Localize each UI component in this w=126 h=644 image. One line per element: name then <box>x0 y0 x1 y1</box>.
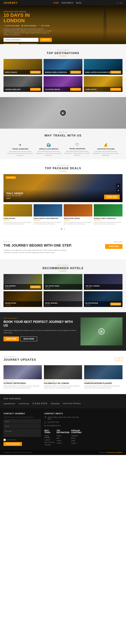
why-feature-guidelines: ✈ TRAVEL GUIDELINES Class aptent taciti … <box>7 143 34 156</box>
package-nav-next[interactable]: ▼ <box>116 188 120 193</box>
dest-dubai-book-btn[interactable]: BOOK NOW <box>110 71 121 74</box>
hero-book-button[interactable]: BOOK NOW <box>4 44 19 44</box>
journey-begins-label: OUR MOTTO <box>4 241 102 242</box>
footer-message-input[interactable] <box>4 429 41 437</box>
partner-expedia: Expedia <box>51 402 60 404</box>
dest-buenos-book-btn[interactable]: BOOK NOW <box>70 71 81 74</box>
dest-buenos[interactable]: BUENOS AIRES, ARGENTINA BOOK NOW <box>44 59 82 75</box>
footer-logo: Powered by JoomlaFox <box>107 452 122 453</box>
hotels-grid-top: SAN GIORGIO ★★★★☆ BOOK NOW UNA HOTEL ROM… <box>4 274 122 290</box>
book-journey-buttons: BOOK NOW READ MORE <box>4 336 77 341</box>
social-facebook[interactable]: f <box>117 2 117 4</box>
book-journey-book-btn[interactable]: BOOK NOW <box>4 336 19 341</box>
dest-dubai[interactable]: DUBAI, UNITED ARAB EMIRATES BOOK NOW <box>84 59 122 75</box>
nav-features[interactable]: FEATURES ▾ <box>62 2 73 4</box>
hotel-grand: GRAND HOTEL ★★★★★ <box>4 291 42 307</box>
footer-link-prague[interactable]: Prague <box>71 442 82 444</box>
package-paris-info: PARIS FRANCE ★★★★☆ Praesent condimentum … <box>4 216 32 226</box>
footer-email-input[interactable] <box>4 424 41 428</box>
footer-link-volunteer[interactable]: Volunteer <box>44 444 55 446</box>
footer-link-israel[interactable]: Israel <box>71 440 82 442</box>
social-google[interactable]: g+ <box>120 2 122 4</box>
footer-spacer <box>85 412 122 446</box>
footer-contact-info: CONTACT INFO'S 📍 Street number, Street n… <box>44 412 82 446</box>
why-feature-service-desc: Class aptent taciti sociosqu ad litora t… <box>36 150 62 156</box>
footer-newsletter-label: Newsletter for it <box>7 439 16 441</box>
hero-features: ✈ FLIGHT INCLUDED 🏨 HOTEL BOOKED 📍 CITY … <box>4 25 52 26</box>
footer-name-input[interactable] <box>4 419 41 424</box>
footer-link-brazil[interactable]: Brazil <box>71 437 82 439</box>
nav-blog[interactable]: BLOG <box>76 2 82 4</box>
footer-link-solo[interactable]: Solo & Friends <box>44 442 55 443</box>
why-title: WHY TRAVEL WITH US <box>4 133 122 140</box>
footer-link-argentina[interactable]: Argentina <box>71 435 82 436</box>
pin-icon: 📍 <box>38 25 40 26</box>
packages-label: BEST OFFERS <box>4 164 122 166</box>
package-dot-2[interactable] <box>64 228 65 230</box>
footer-link-france[interactable]: France <box>56 435 70 436</box>
top-destinations-section: BEST PLACES TOP DESTINATIONS PARIS, FRAN… <box>0 44 126 97</box>
hotel-grand-stars: ★★★★★ <box>5 304 41 306</box>
journey-begins-side: - Ching author SUBSCRIBE <box>105 241 122 249</box>
update-3-image <box>84 365 122 379</box>
nav-home[interactable]: HOME <box>53 2 59 4</box>
search-input[interactable] <box>4 38 38 42</box>
footer-link-family[interactable]: Family Holidays <box>44 435 55 438</box>
footer-links-popular: POPULAR COUNTRIES Argentina Brazil Israe… <box>71 430 82 446</box>
footer-link-cultural[interactable]: Cultural <box>44 439 55 441</box>
journey-begins-description: Praesent in ante dignissim, ultrices dia… <box>4 249 70 254</box>
packages-section: BEST OFFERS TOP PACKAGE DEALS FEATURED I… <box>0 159 126 236</box>
dest-paris[interactable]: PARIS, FRANCE BOOK NOW <box>4 59 42 75</box>
footer-link-london[interactable]: London <box>56 442 70 444</box>
package-buenos-stars: ★★★★★ <box>94 219 122 221</box>
book-journey-label: BEST PACKAGES <box>4 318 77 319</box>
package-featured-info: ITALY, VENICE Happy Golf City Offer $250 <box>6 192 23 199</box>
dest-paris-name: PARIS, FRANCE <box>5 72 17 73</box>
dest-london-book-btn[interactable]: BOOK NOW <box>30 88 41 91</box>
package-dot-1[interactable] <box>61 228 62 230</box>
footer-info-title: CONTACT INFO'S <box>44 412 82 414</box>
updates-prev-btn[interactable]: ‹ <box>115 357 118 361</box>
footer-links: NEXT YEARS Family Holidays Cultural Solo… <box>44 430 82 446</box>
hotel-sangiorgio-book-btn[interactable]: BOOK NOW <box>30 286 41 288</box>
footer-links-popular-title: POPULAR COUNTRIES <box>71 430 82 434</box>
updates-next-btn[interactable]: › <box>119 357 122 361</box>
package-nav: ▲ ▼ <box>116 184 120 193</box>
destinations-grid: PARIS, FRANCE BOOK NOW BUENOS AIRES, ARG… <box>4 59 122 92</box>
dest-salvador-book-btn[interactable]: BOOK NOW <box>70 88 81 91</box>
package-featured-book-btn[interactable]: BOOK NOW <box>104 194 120 199</box>
book-journey-read-more-btn[interactable]: READ MORE <box>20 336 37 341</box>
footer-submit-btn[interactable]: SEND MESSAGE <box>4 442 22 446</box>
address-icon: 📍 <box>44 416 46 418</box>
world-class-icon: 🌍 <box>36 143 62 147</box>
social-twitter[interactable]: t <box>119 2 119 4</box>
dest-paris-book-btn[interactable]: BOOK NOW <box>30 71 41 74</box>
footer-link-venice[interactable]: Venice <box>56 440 70 442</box>
low-rate-icon: 💰 <box>92 143 119 147</box>
hotel-hilton-book-btn[interactable]: BOOK NOW <box>110 302 121 306</box>
hero-read-more-button[interactable]: READ MORE <box>20 44 37 44</box>
partner-tripadvisor: tripadvisor <box>4 402 16 404</box>
dest-london[interactable]: LONDON, ENGLAND BOOK NOW <box>4 76 42 92</box>
why-feature-insurance: 🛡 TRAVEL INSURANCE Class aptent taciti s… <box>64 143 90 156</box>
dest-cairo[interactable]: CAIRO, EGYPT BOOK NOW <box>84 76 122 92</box>
footer-grid: CONTACT JOURNEY Please feel free to cont… <box>4 412 122 446</box>
search-button[interactable]: SEARCH <box>40 38 52 42</box>
updates-header: OUR JOURNAL JOURNEY UPDATES ‹ › <box>4 356 122 362</box>
book-journey-play-btn[interactable]: ▶ <box>98 328 105 334</box>
footer-link-italy[interactable]: Italy <box>56 437 70 439</box>
package-featured-price: $250 <box>6 197 23 199</box>
why-feature-packages-title: LOW RATE PACKAGES <box>92 148 119 150</box>
dest-cairo-book-btn[interactable]: BOOK NOW <box>110 88 121 91</box>
why-play-button[interactable]: ▶ <box>60 110 66 116</box>
footer-links-next-years-title: NEXT YEARS <box>44 430 55 434</box>
journey-begins-title: THE JOURNEY BEGINS WITH ONE STEP. <box>4 243 102 248</box>
package-paris-stars: ★★★★☆ <box>4 219 32 221</box>
hero-days: 10 DAYS IN <box>4 12 30 18</box>
footer-newsletter-checkbox[interactable] <box>4 439 6 441</box>
dest-salvador[interactable]: SALVADOR, BRAZIL BOOK NOW <box>44 76 82 92</box>
why-feature-service: 🌍 WORLD CLASS SERVICE Class aptent tacit… <box>36 143 62 156</box>
journey-subscribe-button[interactable]: SUBSCRIBE <box>105 244 122 249</box>
package-jerusalem-image <box>64 204 92 216</box>
package-nav-prev[interactable]: ▲ <box>116 184 120 188</box>
